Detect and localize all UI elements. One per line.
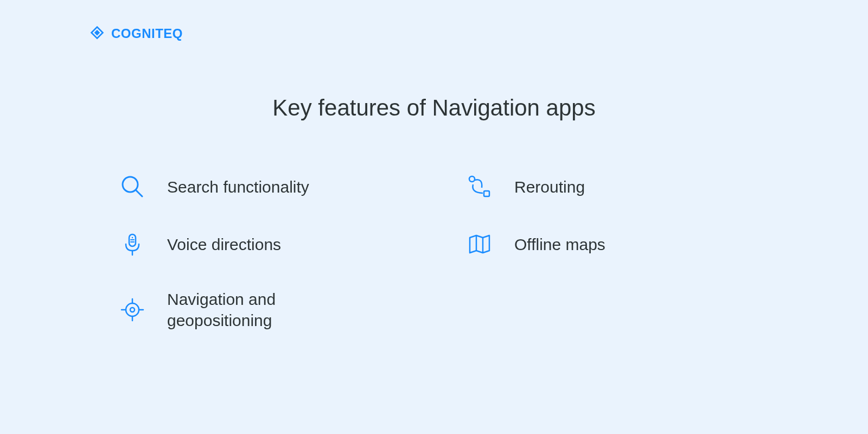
feature-navigation: Navigation and geopositioning (119, 289, 461, 331)
brand-logo: COGNITEQ (90, 26, 183, 41)
feature-label: Offline maps (514, 234, 605, 255)
map-icon (467, 231, 493, 257)
feature-offline: Offline maps (467, 231, 738, 257)
page-title: Key features of Navigation apps (272, 95, 595, 121)
feature-search: Search functionality (119, 174, 461, 200)
svg-point-0 (123, 177, 138, 192)
logo-icon (90, 26, 105, 41)
microphone-icon (119, 231, 145, 257)
feature-label: Search functionality (167, 176, 309, 197)
svg-point-2 (469, 176, 475, 182)
svg-point-11 (126, 303, 139, 316)
features-list: Search functionality Rerouting Voice dir (119, 174, 738, 331)
feature-voice: Voice directions (119, 231, 461, 257)
search-icon (119, 174, 145, 200)
feature-label: Voice directions (167, 234, 281, 255)
rerouting-icon (467, 174, 493, 200)
crosshair-icon (119, 297, 145, 323)
feature-label: Navigation and geopositioning (167, 289, 341, 331)
feature-rerouting: Rerouting (467, 174, 738, 200)
svg-line-1 (136, 190, 142, 196)
svg-rect-3 (484, 191, 489, 196)
logo-text: COGNITEQ (111, 26, 183, 41)
svg-point-12 (130, 308, 135, 312)
feature-label: Rerouting (514, 176, 585, 197)
